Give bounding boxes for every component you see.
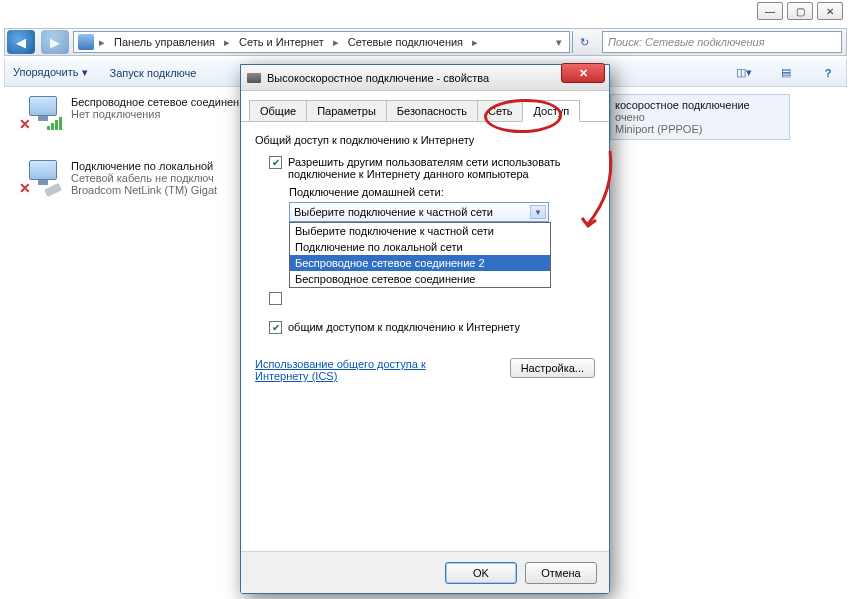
- chevron-right-icon: ▸: [469, 36, 481, 49]
- breadcrumb-item[interactable]: Сеть и Интернет: [235, 36, 328, 48]
- chevron-right-icon: ▸: [330, 36, 342, 49]
- dialog-titlebar[interactable]: Высокоскоростное подключение - свойства …: [241, 65, 609, 91]
- chevron-down-icon[interactable]: ▾: [553, 36, 565, 49]
- combo-value: Выберите подключение к частной сети: [294, 206, 493, 218]
- wan-connection-item[interactable]: косоростное подключение очено Miniport (…: [610, 94, 790, 140]
- search-input[interactable]: Поиск: Сетевые подключения: [602, 31, 842, 53]
- forward-button[interactable]: ▶: [41, 30, 69, 54]
- connection-adapter: Miniport (PPPOE): [615, 123, 750, 135]
- network-icon: [78, 34, 94, 50]
- back-button[interactable]: ◀: [7, 30, 35, 54]
- help-icon[interactable]: ?: [818, 63, 838, 83]
- combo-option[interactable]: Беспроводное сетевое соединение: [290, 271, 550, 287]
- settings-button[interactable]: Настройка...: [510, 358, 595, 378]
- section-title: Общий доступ к подключению к Интернету: [255, 134, 595, 146]
- ics-help-link[interactable]: Использование общего доступа к Интернету…: [255, 358, 426, 382]
- breadcrumb-item[interactable]: Сетевые подключения: [344, 36, 467, 48]
- connection-status: Сетевой кабель не подключ: [71, 172, 217, 184]
- tab-network[interactable]: Сеть: [477, 100, 523, 122]
- home-network-label: Подключение домашней сети:: [289, 186, 595, 198]
- breadcrumb-item[interactable]: Панель управления: [110, 36, 219, 48]
- preview-pane-icon[interactable]: ▤: [776, 63, 796, 83]
- maximize-button[interactable]: ▢: [787, 2, 813, 20]
- cancel-button[interactable]: Отмена: [525, 562, 597, 584]
- tab-params[interactable]: Параметры: [306, 100, 387, 122]
- connection-status: очено: [615, 111, 750, 123]
- combo-option[interactable]: Беспроводное сетевое соединение 2: [290, 255, 550, 271]
- tab-general[interactable]: Общие: [249, 100, 307, 122]
- tab-body: Общий доступ к подключению к Интернету ✔…: [241, 122, 609, 394]
- combo-option[interactable]: Подключение по локальной сети: [290, 239, 550, 255]
- chevron-right-icon: ▸: [96, 36, 108, 49]
- allow-manage-label: общим доступом к подключению к Интернету: [288, 321, 520, 333]
- modem-icon: [247, 73, 261, 83]
- disabled-x-icon: ✕: [19, 180, 31, 196]
- disabled-x-icon: ✕: [19, 116, 31, 132]
- view-icon[interactable]: ◫▾: [734, 63, 754, 83]
- connection-name: Подключение по локальной: [71, 160, 217, 172]
- dialog-button-row: OK Отмена: [241, 551, 609, 593]
- minimize-button[interactable]: —: [757, 2, 783, 20]
- dialog-title: Высокоскоростное подключение - свойства: [267, 72, 489, 84]
- allow-sharing-label: Разрешить другим пользователям сети испо…: [288, 156, 568, 180]
- combo-option[interactable]: Выберите подключение к частной сети: [290, 223, 550, 239]
- wifi-connection-item[interactable]: ✕ Беспроводное сетевое соединение Нет по…: [19, 96, 251, 130]
- allow-sharing-checkbox[interactable]: ✔: [269, 156, 282, 169]
- tab-access[interactable]: Доступ: [522, 100, 580, 122]
- window-controls: — ▢ ✕: [757, 2, 843, 20]
- close-window-button[interactable]: ✕: [817, 2, 843, 20]
- connection-name: косоростное подключение: [615, 99, 750, 111]
- chevron-right-icon: ▸: [221, 36, 233, 49]
- home-network-combo[interactable]: Выберите подключение к частной сети ▼ Вы…: [289, 202, 549, 222]
- address-bar: ◀ ▶ ▸ Панель управления ▸ Сеть и Интерне…: [4, 28, 847, 56]
- tab-security[interactable]: Безопасность: [386, 100, 478, 122]
- breadcrumb[interactable]: ▸ Панель управления ▸ Сеть и Интернет ▸ …: [73, 31, 570, 53]
- wifi-icon: ✕: [19, 96, 63, 130]
- tab-strip: Общие Параметры Безопасность Сеть Доступ: [241, 91, 609, 122]
- allow-manage-checkbox[interactable]: ✔: [269, 321, 282, 334]
- lan-icon: ✕: [19, 160, 63, 194]
- connection-adapter: Broadcom NetLink (TM) Gigat: [71, 184, 217, 196]
- ok-button[interactable]: OK: [445, 562, 517, 584]
- connection-status: Нет подключения: [71, 108, 251, 120]
- refresh-button[interactable]: ↻: [572, 31, 596, 53]
- establish-dial-checkbox[interactable]: [269, 292, 282, 305]
- chevron-down-icon[interactable]: ▼: [530, 205, 546, 219]
- launch-connection-button[interactable]: Запуск подключе: [110, 67, 197, 79]
- organize-menu[interactable]: Упорядочить ▾: [13, 66, 88, 79]
- dialog-close-button[interactable]: ✕: [561, 63, 605, 83]
- combo-dropdown: Выберите подключение к частной сети Подк…: [289, 222, 551, 288]
- lan-connection-item[interactable]: ✕ Подключение по локальной Сетевой кабел…: [19, 160, 217, 196]
- connection-name: Беспроводное сетевое соединение: [71, 96, 251, 108]
- properties-dialog: Высокоскоростное подключение - свойства …: [240, 64, 610, 594]
